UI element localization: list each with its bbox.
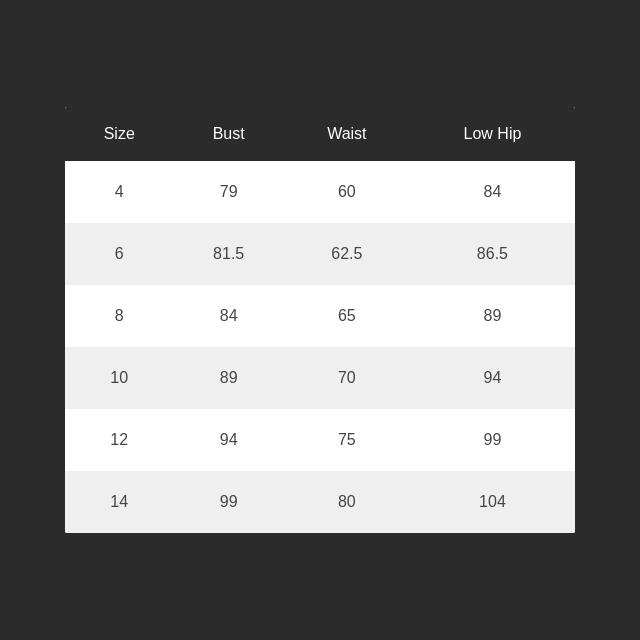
table-cell: 99 xyxy=(173,471,283,533)
table-cell: 14 xyxy=(65,471,173,533)
table-cell: 4 xyxy=(65,161,173,223)
table-cell: 10 xyxy=(65,347,173,409)
header-size: Size xyxy=(65,107,173,161)
table-cell: 65 xyxy=(284,285,410,347)
size-chart-container: Size Bust Waist Low Hip 4796084681.562.5… xyxy=(65,107,575,533)
table-cell: 12 xyxy=(65,409,173,471)
size-chart-table: Size Bust Waist Low Hip 4796084681.562.5… xyxy=(65,107,575,533)
table-row: 149980104 xyxy=(65,471,575,533)
table-cell: 86.5 xyxy=(410,223,575,285)
table-row: 681.562.586.5 xyxy=(65,223,575,285)
table-body: 4796084681.562.586.588465891089709412947… xyxy=(65,161,575,533)
table-cell: 99 xyxy=(410,409,575,471)
table-cell: 94 xyxy=(410,347,575,409)
table-cell: 84 xyxy=(410,161,575,223)
table-cell: 104 xyxy=(410,471,575,533)
table-cell: 94 xyxy=(173,409,283,471)
table-row: 8846589 xyxy=(65,285,575,347)
table-row: 12947599 xyxy=(65,409,575,471)
table-cell: 6 xyxy=(65,223,173,285)
table-cell: 8 xyxy=(65,285,173,347)
table-cell: 70 xyxy=(284,347,410,409)
table-cell: 80 xyxy=(284,471,410,533)
table-cell: 79 xyxy=(173,161,283,223)
table-row: 10897094 xyxy=(65,347,575,409)
table-row: 4796084 xyxy=(65,161,575,223)
table-cell: 60 xyxy=(284,161,410,223)
table-cell: 89 xyxy=(410,285,575,347)
header-row: Size Bust Waist Low Hip xyxy=(65,107,575,161)
header-waist: Waist xyxy=(284,107,410,161)
header-low-hip: Low Hip xyxy=(410,107,575,161)
table-cell: 75 xyxy=(284,409,410,471)
table-cell: 81.5 xyxy=(173,223,283,285)
table-cell: 62.5 xyxy=(284,223,410,285)
table-cell: 89 xyxy=(173,347,283,409)
table-header: Size Bust Waist Low Hip xyxy=(65,107,575,161)
header-bust: Bust xyxy=(173,107,283,161)
table-cell: 84 xyxy=(173,285,283,347)
